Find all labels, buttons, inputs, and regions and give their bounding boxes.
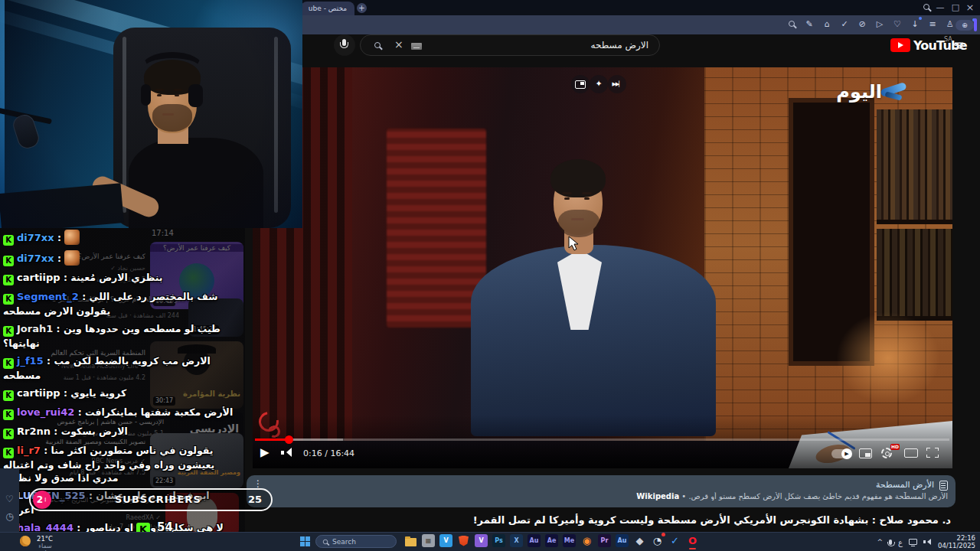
popout-video-button[interactable]	[571, 75, 590, 93]
network-icon[interactable]	[909, 539, 917, 545]
extensions-icon[interactable]: ⊕	[956, 20, 974, 31]
miniplayer-icon[interactable]	[859, 448, 872, 458]
chat-username[interactable]: Jorah1	[17, 323, 53, 334]
home-icon[interactable]: ⌂	[822, 18, 832, 31]
premiere[interactable]: Pr	[598, 534, 611, 547]
diamond-app[interactable]: ◆	[633, 534, 646, 547]
xsplit-app[interactable]: X	[510, 534, 523, 547]
start-button[interactable]	[300, 536, 310, 546]
presenter-brow	[562, 192, 572, 194]
visual-studio[interactable]: V	[475, 534, 488, 547]
hamburger-menu-icon[interactable]: ≡	[953, 37, 965, 53]
video-player[interactable]: اليوم ✦ ▶▶▏ ▶ 0:16 / 16:44 HD	[253, 67, 952, 468]
taskbar-search[interactable]: Search	[315, 535, 397, 548]
profile-icon[interactable]: ♙	[945, 18, 956, 31]
chat-separator: :	[74, 406, 85, 418]
chat-username[interactable]: Rr2nn	[17, 425, 51, 437]
gauge-app[interactable]: ◔	[651, 534, 664, 547]
keyboard-icon[interactable]	[411, 43, 422, 50]
chat-username[interactable]: love_rui42	[17, 406, 74, 418]
presenter-brow	[582, 192, 592, 194]
chat-message: KJorah1 : طيب لو مسطحه وين حدودها وين نه…	[3, 322, 243, 350]
ai-enhance-button[interactable]: ✦	[590, 75, 608, 93]
kick-badge-icon: K	[3, 235, 14, 246]
media-encoder[interactable]: Me	[563, 534, 576, 547]
panel-menu-icon[interactable]: ⋮	[253, 480, 263, 487]
chat-username[interactable]: cartiipp	[17, 387, 60, 399]
chat-username[interactable]: Segment_2	[17, 291, 79, 302]
history-clock-icon[interactable]: ◷	[0, 511, 19, 522]
wikipedia-source[interactable]: Wikipedia	[636, 492, 679, 500]
autoplay-toggle[interactable]	[831, 449, 851, 458]
chat-username[interactable]: di77xx	[17, 232, 54, 243]
tray-chevron-icon[interactable]: ^	[877, 538, 883, 546]
chat-username[interactable]: cartiipp	[17, 272, 60, 283]
search-input-value[interactable]: الارض مسطحه	[591, 40, 648, 51]
minimize-button[interactable]: —	[934, 2, 946, 13]
fullscreen-icon[interactable]	[926, 448, 939, 458]
orange-app[interactable]: ◉	[580, 534, 593, 547]
progress-scrubber[interactable]	[285, 435, 293, 444]
archive-app-icon: ▦	[426, 537, 432, 544]
search-icon[interactable]	[786, 18, 797, 31]
clear-search-icon[interactable]: ×	[394, 38, 403, 51]
premiere-icon: Pr	[601, 537, 609, 544]
language-indicator[interactable]: ع	[898, 538, 903, 546]
after-effects[interactable]: Ae	[545, 534, 558, 547]
play-button[interactable]: ▶	[260, 445, 270, 459]
chat-separator: :	[54, 253, 65, 264]
volume-icon[interactable]	[281, 448, 293, 458]
vignette	[0, 0, 302, 228]
search-icon[interactable]	[374, 42, 381, 48]
diamond-app-icon: ◆	[636, 535, 644, 546]
notification-badge	[662, 533, 665, 536]
downloads-icon[interactable]: ↓	[910, 18, 920, 31]
flow-icon[interactable]: ▷	[874, 18, 885, 31]
bookmarks-list-icon[interactable]: ≡	[927, 18, 938, 31]
opera-browser[interactable]: O	[686, 534, 699, 547]
chat-message: Kdi77xx :	[3, 230, 243, 246]
tray-time: 22:16	[938, 534, 975, 542]
close-button[interactable]: ×	[964, 2, 976, 13]
audition-blue[interactable]: Au	[616, 534, 629, 547]
tray-clock[interactable]: 22:16 04/11/2025	[938, 534, 975, 549]
favorites-heart-icon[interactable]: ♡	[0, 494, 19, 504]
chat-username[interactable]: li_r7	[17, 445, 41, 456]
tab-search-icon[interactable]	[920, 2, 933, 13]
kick-badge-icon: K	[3, 256, 14, 266]
result-video-title[interactable]: د. محمود صلاح : بشهادة الكونجرس الأمريكي…	[260, 514, 951, 526]
archive-app[interactable]: ▦	[422, 534, 435, 547]
youtube-logo-icon[interactable]	[890, 38, 910, 52]
search-box[interactable]: × الارض مسطحه	[360, 34, 660, 56]
chat-username[interactable]: di77xx	[17, 253, 54, 264]
check-app[interactable]: ✓	[668, 534, 681, 547]
brave-browser[interactable]	[457, 534, 470, 547]
file-explorer[interactable]	[404, 534, 417, 547]
skip-to-live-button[interactable]: ▶▶▏	[608, 75, 626, 93]
desktop-screen: ube - مختص + — □ × ✎⌂✓⊘▷♡↓≡♙ ⊕ × الارض م…	[0, 0, 980, 551]
voice-search-button[interactable]	[334, 34, 355, 56]
snapshot-icon[interactable]: ✎	[804, 18, 815, 31]
presenter-eye	[564, 197, 570, 200]
taskbar-search-placeholder: Search	[332, 538, 356, 546]
sidebar-toggle-indicator[interactable]	[974, 18, 977, 31]
wikipedia-panel[interactable]: ⋮ الأرض المسطحة الأرض المسطّحة هو مفهوم …	[247, 475, 956, 507]
tray-mic-icon[interactable]	[889, 540, 892, 545]
theater-mode-icon[interactable]	[904, 448, 918, 458]
mouse-cursor	[568, 236, 579, 251]
favorites-heart-icon[interactable]: ♡	[892, 18, 903, 31]
progress-bar[interactable]	[255, 439, 949, 441]
wikipedia-title[interactable]: الأرض المسطحة	[876, 480, 934, 490]
audition[interactable]: Au	[528, 534, 541, 547]
browser-tab[interactable]: ube - مختص	[301, 2, 354, 15]
speaker-icon[interactable]	[923, 539, 932, 546]
photoshop[interactable]: Ps	[492, 534, 505, 547]
chat-text: الأرض مكعبة شفتها بماينكرافت	[85, 406, 233, 418]
webcam-feed	[0, 0, 302, 228]
new-tab-button[interactable]: +	[357, 3, 367, 13]
adblock-check-icon[interactable]: ✓	[839, 18, 850, 31]
vpn-icon[interactable]: ⊘	[857, 18, 867, 31]
vscode[interactable]: V	[439, 534, 452, 547]
chat-username[interactable]: j_f15	[17, 355, 44, 367]
restore-button[interactable]: □	[949, 2, 962, 13]
